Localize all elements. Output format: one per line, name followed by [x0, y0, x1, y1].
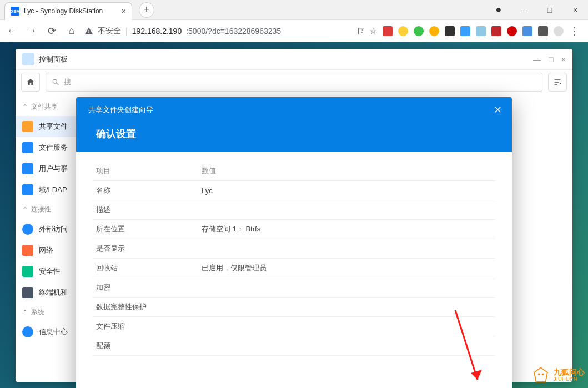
dialog-body: 项目 数值 名称Lyc 描述 所在位置存储空间 1： Btrfs 是否显示 回收…: [76, 152, 512, 384]
sidebar-item-terminal[interactable]: 终端机和: [16, 282, 77, 303]
extension-icon[interactable]: [507, 26, 517, 36]
extension-icon[interactable]: [414, 26, 424, 36]
browser-account-icon[interactable]: ●: [486, 2, 511, 18]
url-path: :5000/?dc=1632286963235: [186, 27, 281, 36]
watermark: 九狐问心 JIUHUCN: [531, 366, 585, 385]
watermark-text-cn: 九狐问心: [554, 368, 585, 376]
cp-minimize-button[interactable]: —: [533, 55, 541, 64]
sidebar-item-shared-folder[interactable]: 共享文件: [16, 116, 77, 137]
key-icon[interactable]: ⚿: [358, 27, 365, 36]
table-row: 回收站已启用，仅限管理员: [93, 259, 495, 278]
external-access-icon: [22, 224, 33, 235]
tab-title: Lyc - Synology DiskStation: [24, 7, 117, 15]
dialog-header: 共享文件夹创建向导 确认设置 ✕: [76, 97, 512, 152]
shared-folder-wizard-dialog: 共享文件夹创建向导 确认设置 ✕ 项目 数值 名称Lyc 描述 所在位置存储空间…: [76, 97, 512, 388]
window-controls: ● — □ ×: [486, 2, 588, 18]
dialog-wizard-title: 共享文件夹创建向导: [88, 105, 500, 115]
address-bar: ← → ⟳ ⌂ 不安全 | 192.168.2.190:5000/?dc=163…: [0, 20, 588, 42]
new-tab-button[interactable]: +: [139, 2, 154, 18]
cp-home-button[interactable]: [21, 73, 40, 92]
sidebar-group-connectivity[interactable]: ⌃连接性: [16, 200, 77, 219]
browser-tab-strip: DSM Lyc - Synology DiskStation × + ● — □…: [0, 0, 588, 20]
info-icon: [22, 326, 33, 337]
table-row: 所在位置存储空间 1： Btrfs: [93, 220, 495, 239]
close-tab-button[interactable]: ×: [122, 7, 126, 16]
sidebar-item-info-center[interactable]: 信息中心: [16, 321, 77, 342]
dsm-desktop: 控制面板 — □ × 搜 ⌃文件共享 共享文件 文件服务: [0, 42, 588, 388]
extension-icon[interactable]: [383, 26, 393, 36]
sidebar-item-domain-ldap[interactable]: 域/LDAP: [16, 179, 77, 200]
dialog-heading: 确认设置: [88, 127, 500, 152]
table-row: 数据完整性保护: [93, 298, 495, 317]
row-value: [198, 317, 495, 336]
extension-icon[interactable]: [476, 26, 486, 36]
col-header-item: 项目: [93, 162, 198, 181]
sidebar-item-users-groups[interactable]: 用户与群: [16, 158, 77, 179]
sidebar-item-network[interactable]: 网络: [16, 240, 77, 261]
sidebar-item-file-services[interactable]: 文件服务: [16, 137, 77, 158]
reload-button[interactable]: ⟳: [44, 24, 59, 38]
row-value: Lyc: [198, 181, 495, 200]
window-minimize-button[interactable]: —: [511, 2, 537, 18]
svg-point-4: [538, 374, 540, 375]
control-panel-titlebar: 控制面板 — □ ×: [16, 49, 572, 70]
network-icon: [22, 245, 33, 256]
table-row: 名称Lyc: [93, 181, 495, 200]
cp-sidebar: ⌃文件共享 共享文件 文件服务 用户与群 域/LDAP ⌃连接性 外部访问 网络…: [16, 94, 77, 346]
folder-icon: [22, 121, 33, 132]
sidebar-item-external-access[interactable]: 外部访问: [16, 219, 77, 240]
forward-button[interactable]: →: [24, 24, 39, 38]
extensions-puzzle-icon[interactable]: [538, 26, 548, 36]
extension-icon[interactable]: [491, 26, 501, 36]
ldap-icon: [22, 184, 33, 195]
table-row: 配额: [93, 336, 495, 356]
dialog-close-button[interactable]: ✕: [494, 104, 502, 116]
watermark-logo-icon: [531, 366, 550, 385]
extension-icon[interactable]: [460, 26, 470, 36]
cp-search-placeholder: 搜: [64, 77, 71, 87]
extension-icon[interactable]: [522, 26, 532, 36]
extension-icon[interactable]: [445, 26, 455, 36]
shield-icon: [22, 266, 33, 277]
window-close-button[interactable]: ×: [562, 2, 588, 18]
terminal-icon: [22, 287, 33, 298]
bookmark-star-icon[interactable]: ☆: [370, 27, 377, 36]
insecure-warning-icon: [84, 27, 93, 36]
row-key: 文件压缩: [93, 317, 198, 336]
file-services-icon: [22, 142, 33, 153]
profile-avatar-icon[interactable]: [554, 26, 564, 36]
row-key: 回收站: [93, 259, 198, 278]
sidebar-item-security[interactable]: 安全性: [16, 261, 77, 282]
sidebar-group-file-share[interactable]: ⌃文件共享: [16, 98, 77, 116]
cp-search-input[interactable]: 搜: [46, 73, 542, 92]
back-button[interactable]: ←: [4, 24, 19, 38]
row-value: [198, 298, 495, 317]
cp-maximize-button[interactable]: □: [549, 55, 553, 64]
cp-sort-button[interactable]: [548, 73, 567, 92]
row-value: [198, 239, 495, 259]
row-key: 加密: [93, 278, 198, 298]
home-icon: [26, 78, 35, 87]
search-icon: [52, 78, 59, 86]
svg-line-1: [57, 83, 59, 85]
control-panel-toolbar: 搜: [16, 70, 572, 94]
browser-menu-icon[interactable]: ⋮: [569, 25, 579, 37]
row-value: [198, 200, 495, 220]
row-key: 配额: [93, 336, 198, 356]
row-key: 描述: [93, 200, 198, 220]
sidebar-group-system[interactable]: ⌃系统: [16, 303, 77, 321]
row-key: 名称: [93, 181, 198, 200]
favicon-icon: DSM: [11, 7, 19, 16]
svg-point-0: [53, 79, 57, 83]
url-box[interactable]: 不安全 | 192.168.2.190:5000/?dc=16322869632…: [84, 26, 377, 36]
home-button[interactable]: ⌂: [64, 24, 79, 38]
extension-icon[interactable]: [398, 26, 408, 36]
extension-icon[interactable]: [429, 26, 439, 36]
table-row: 是否显示: [93, 239, 495, 259]
insecure-label: 不安全: [98, 26, 121, 36]
control-panel-icon: [22, 53, 34, 65]
row-key: 数据完整性保护: [93, 298, 198, 317]
window-maximize-button[interactable]: □: [537, 2, 562, 18]
browser-tab[interactable]: DSM Lyc - Synology DiskStation ×: [4, 2, 132, 20]
cp-close-button[interactable]: ×: [561, 55, 566, 64]
